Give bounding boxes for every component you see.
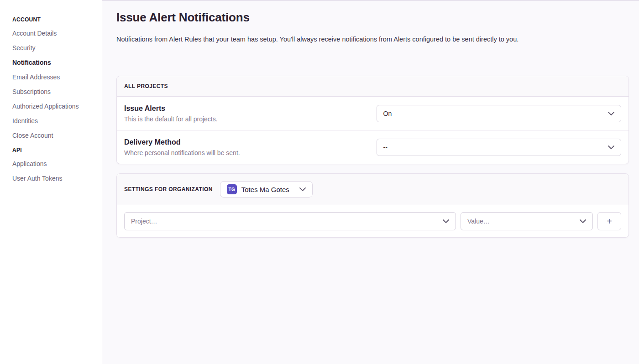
organization-name: Totes Ma Gotes [241,186,289,193]
sidebar-header-api: API [12,147,102,153]
issue-alerts-help: This is the default for all projects. [124,115,369,123]
sidebar-item-identities[interactable]: Identities [12,118,102,124]
sidebar-item-applications[interactable]: Applications [12,161,102,167]
issue-alerts-row: Issue Alerts This is the default for all… [117,97,629,130]
sidebar-item-user-auth-tokens[interactable]: User Auth Tokens [12,175,102,182]
value-select-placeholder: Value… [467,218,490,225]
sidebar-section-account: ACCOUNT Account Details Security Notific… [12,16,102,139]
sidebar-item-subscriptions[interactable]: Subscriptions [12,88,102,95]
chevron-down-icon [580,219,586,223]
organization-settings-panel: SETTINGS FOR ORGANIZATION TG Totes Ma Go… [116,173,629,238]
issue-alerts-field-control: On [373,97,629,130]
chevron-down-icon [443,219,449,223]
plus-icon: + [607,217,612,226]
notifications-settings-page: Issue Alert Notifications Notifications … [103,1,639,238]
add-project-override-button[interactable]: + [597,212,621,230]
sidebar-item-account-details[interactable]: Account Details [12,30,102,36]
delivery-method-help: Where personal notifications will be sen… [124,149,369,156]
chevron-down-icon [608,146,614,149]
project-filter-row: Project… Value… + [117,205,629,237]
sidebar-header-account: ACCOUNT [12,16,102,23]
delivery-method-label: Delivery Method [124,138,369,146]
all-projects-panel: ALL PROJECTS Issue Alerts This is the de… [116,76,629,164]
delivery-method-field-info: Delivery Method Where personal notificat… [117,130,373,164]
delivery-method-row: Delivery Method Where personal notificat… [117,130,629,164]
settings-for-organization-label: SETTINGS FOR ORGANIZATION [124,186,213,192]
sidebar-item-security[interactable]: Security [12,45,102,51]
sidebar-item-notifications[interactable]: Notifications [12,59,102,66]
issue-alerts-select[interactable]: On [377,105,622,122]
sidebar-item-close-account[interactable]: Close Account [12,132,102,139]
chevron-down-icon [299,187,306,191]
organization-avatar: TG [227,184,237,194]
delivery-method-field-control: -- [373,130,629,164]
sidebar-section-api: API Applications User Auth Tokens [12,147,102,182]
delivery-method-select-value: -- [383,144,388,151]
settings-sidebar: ACCOUNT Account Details Security Notific… [0,0,102,364]
page-description: Notifications from Alert Rules that your… [116,36,629,43]
issue-alerts-select-value: On [383,110,392,117]
project-select-placeholder: Project… [131,218,157,225]
issue-alerts-field-info: Issue Alerts This is the default for all… [117,97,373,130]
sidebar-item-authorized-applications[interactable]: Authorized Applications [12,103,102,109]
organization-switcher[interactable]: TG Totes Ma Gotes [220,181,313,198]
value-select[interactable]: Value… [461,212,593,230]
project-select[interactable]: Project… [124,212,456,230]
delivery-method-select[interactable]: -- [377,139,622,156]
page-title: Issue Alert Notifications [116,10,629,25]
all-projects-panel-header: ALL PROJECTS [117,76,629,97]
organization-panel-header: SETTINGS FOR ORGANIZATION TG Totes Ma Go… [117,174,629,205]
issue-alerts-label: Issue Alerts [124,104,369,113]
chevron-down-icon [608,112,614,115]
sidebar-item-email-addresses[interactable]: Email Addresses [12,74,102,80]
